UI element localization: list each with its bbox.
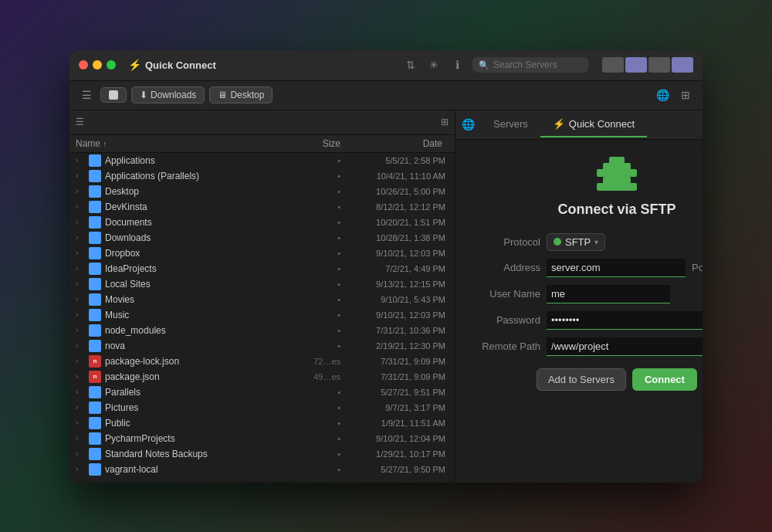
file-name: package-lock.json bbox=[105, 356, 294, 367]
file-list-icon[interactable]: ☰ bbox=[76, 117, 84, 127]
list-view-icon[interactable]: ☰ bbox=[77, 89, 96, 101]
row-chevron-icon: › bbox=[76, 249, 85, 257]
row-chevron-icon: › bbox=[76, 418, 85, 427]
connect-button[interactable]: Connect bbox=[632, 368, 697, 391]
grid-toolbar-icon[interactable]: ⊞ bbox=[676, 89, 695, 101]
list-item[interactable]: ›Applications•5/5/21, 2:58 PM bbox=[69, 153, 455, 168]
row-chevron-icon: › bbox=[76, 202, 85, 211]
transfer-icon[interactable]: ⇅ bbox=[403, 59, 418, 71]
file-date: 8/12/21, 12:12 PM bbox=[340, 202, 449, 212]
search-input[interactable] bbox=[493, 59, 582, 70]
lightning-icon: ⚡ bbox=[128, 59, 141, 71]
add-to-servers-button[interactable]: Add to Servers bbox=[537, 368, 626, 391]
snowflake-icon[interactable]: ✳ bbox=[426, 59, 442, 71]
list-item[interactable]: ›Public•1/9/21, 11:51 AM bbox=[69, 415, 455, 431]
close-button[interactable] bbox=[79, 60, 88, 69]
password-input[interactable] bbox=[547, 311, 703, 330]
list-item[interactable]: ›Music•9/10/21, 12:03 PM bbox=[69, 307, 455, 323]
file-size: • bbox=[294, 449, 340, 459]
file-size: • bbox=[294, 341, 340, 351]
list-item[interactable]: ›Documents•10/20/21, 1:51 PM bbox=[69, 215, 455, 230]
folder-icon bbox=[89, 402, 101, 414]
titlebar-tabs bbox=[602, 57, 693, 73]
tab-quick-connect[interactable]: ⚡ Quick Connect bbox=[540, 112, 647, 137]
list-item[interactable]: ›Movies•9/10/21, 5:43 PM bbox=[69, 292, 455, 307]
file-date: 1/29/21, 10:17 PM bbox=[340, 449, 449, 459]
list-item[interactable]: ›Local Sites•9/13/21, 12:15 PM bbox=[69, 276, 455, 292]
file-date: 2/19/21, 12:30 PM bbox=[340, 341, 449, 351]
tab-thumb-1[interactable] bbox=[602, 57, 624, 73]
path-input[interactable] bbox=[89, 117, 436, 127]
list-item[interactable]: ›Applications (Parallels)•10/4/21, 11:10… bbox=[69, 168, 455, 184]
folder-icon bbox=[89, 263, 101, 275]
globe-icon: 🌐 bbox=[462, 118, 475, 130]
file-date: 5/27/21, 9:50 PM bbox=[340, 465, 449, 474]
minimize-button[interactable] bbox=[93, 60, 102, 69]
row-chevron-icon: › bbox=[76, 187, 85, 195]
maximize-button[interactable] bbox=[107, 60, 116, 69]
list-item[interactable]: ›IdeaProjects•7/2/21, 4:49 PM bbox=[69, 261, 455, 276]
row-chevron-icon: › bbox=[76, 218, 85, 226]
protocol-select[interactable]: SFTP ▾ bbox=[547, 233, 605, 251]
desktop-button[interactable]: 🖥 Desktop bbox=[209, 86, 273, 103]
file-date: 9/13/21, 12:15 PM bbox=[340, 280, 449, 289]
file-date: 7/31/21, 10:36 PM bbox=[340, 326, 449, 335]
list-item[interactable]: ›vagrant-local•5/27/21, 9:50 PM bbox=[69, 462, 455, 477]
globe-toolbar-icon[interactable]: 🌐 bbox=[653, 89, 672, 101]
file-date: 7/31/21, 9:09 PM bbox=[340, 372, 449, 381]
file-name: nova bbox=[105, 341, 294, 351]
file-date: 10/4/21, 11:10 AM bbox=[340, 171, 449, 181]
folder-icon bbox=[89, 154, 101, 167]
row-chevron-icon: › bbox=[76, 403, 85, 412]
protocol-chevron-icon: ▾ bbox=[594, 238, 598, 246]
remote-path-input[interactable] bbox=[547, 337, 703, 356]
file-size: • bbox=[294, 326, 340, 335]
address-input[interactable] bbox=[547, 259, 686, 277]
active-tab-indicator bbox=[109, 90, 118, 100]
list-item[interactable]: ›Desktop•10/26/21, 5:00 PM bbox=[69, 184, 455, 199]
file-name: Parallels bbox=[105, 387, 294, 398]
file-name: Music bbox=[105, 310, 294, 320]
list-item[interactable]: ›Pictures•9/7/21, 3:17 PM bbox=[69, 400, 455, 415]
info-icon[interactable]: ℹ bbox=[449, 59, 465, 71]
form-actions: Add to Servers Connect bbox=[537, 368, 697, 391]
protocol-row: Protocol SFTP ▾ bbox=[479, 233, 703, 251]
list-item[interactable]: ›npackage.json49…es7/31/21, 9:09 PM bbox=[69, 369, 455, 385]
list-item[interactable]: ›PycharmProjects•9/10/21, 12:04 PM bbox=[69, 431, 455, 446]
col-name-header[interactable]: Name ↑ bbox=[76, 138, 294, 149]
file-size: • bbox=[294, 434, 340, 443]
folder-icon bbox=[89, 201, 101, 213]
folder-icon bbox=[89, 463, 101, 476]
downloads-button[interactable]: ⬇ Downloads bbox=[131, 86, 205, 103]
username-input[interactable] bbox=[547, 285, 670, 303]
list-item[interactable]: ›npackage-lock.json72…es7/31/21, 9:09 PM bbox=[69, 354, 455, 369]
file-name: Applications bbox=[105, 155, 294, 166]
row-chevron-icon: › bbox=[76, 264, 85, 273]
list-item[interactable]: ›Standard Notes Backups•1/29/21, 10:17 P… bbox=[69, 446, 455, 462]
tab-thumb-3[interactable] bbox=[648, 57, 670, 73]
folder-icon bbox=[89, 170, 101, 182]
active-tab-btn[interactable] bbox=[100, 87, 127, 103]
address-label: Address bbox=[479, 262, 540, 273]
tab-thumb-2[interactable] bbox=[625, 57, 647, 73]
file-list[interactable]: ›Applications•5/5/21, 2:58 PM›Applicatio… bbox=[69, 153, 455, 483]
file-date: 5/27/21, 9:51 PM bbox=[340, 388, 449, 397]
tab-servers[interactable]: Servers bbox=[481, 112, 540, 137]
row-chevron-icon: › bbox=[76, 388, 85, 396]
col-size-header[interactable]: Size bbox=[294, 138, 340, 149]
list-item[interactable]: ›nova•2/19/21, 12:30 PM bbox=[69, 338, 455, 354]
sftp-logo-svg bbox=[597, 157, 637, 191]
list-item[interactable]: ›DevKinsta•8/12/21, 12:12 PM bbox=[69, 199, 455, 215]
sort-indicator: ↑ bbox=[103, 140, 107, 148]
file-size: • bbox=[294, 187, 340, 196]
list-item[interactable]: ›node_modules•7/31/21, 10:36 PM bbox=[69, 323, 455, 338]
search-box[interactable]: 🔍 bbox=[472, 57, 588, 73]
col-date-header[interactable]: Date bbox=[340, 138, 449, 149]
list-item[interactable]: ›Dropbox•9/10/21, 12:03 PM bbox=[69, 246, 455, 261]
file-grid-icon[interactable]: ⊞ bbox=[441, 117, 449, 127]
list-item[interactable]: ›Downloads•10/28/21, 1:38 PM bbox=[69, 230, 455, 246]
tab-thumb-4[interactable] bbox=[672, 57, 693, 73]
address-row: Address Port bbox=[479, 259, 703, 277]
file-name: Dropbox bbox=[105, 248, 294, 259]
list-item[interactable]: ›Parallels•5/27/21, 9:51 PM bbox=[69, 385, 455, 400]
